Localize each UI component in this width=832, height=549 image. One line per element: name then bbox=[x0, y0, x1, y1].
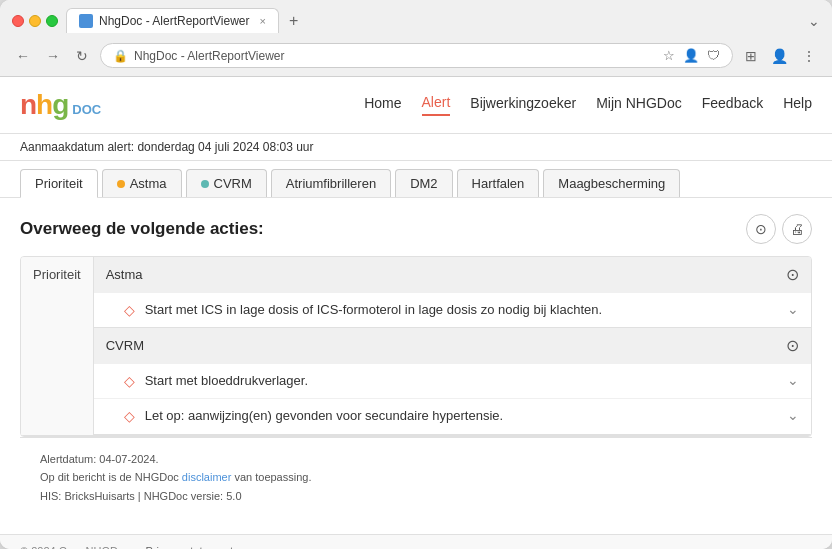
tab-cvrm[interactable]: CVRM bbox=[186, 169, 267, 197]
titlebar-top: NhgDoc - AlertReportViewer × + ⌄ bbox=[12, 8, 820, 33]
tab-dm2-label: DM2 bbox=[410, 176, 437, 191]
logo-doc: DOC bbox=[72, 102, 101, 117]
condition-astma-header[interactable]: Astma ⊙ bbox=[94, 257, 811, 292]
tab-close-button[interactable]: × bbox=[260, 15, 266, 27]
tab-atriumfibrilleren[interactable]: Atriumfibrilleren bbox=[271, 169, 391, 197]
footer-info: Alertdatum: 04-07-2024. Op dit bericht i… bbox=[20, 437, 812, 518]
priority-table: Prioriteit Astma ⊙ ◇ Start met ICS in la… bbox=[20, 256, 812, 437]
page-content: nhg DOC Home Alert Bijwerkingzoeker Mijn… bbox=[0, 77, 832, 549]
tab-astma[interactable]: Astma bbox=[102, 169, 182, 197]
astma-dot-icon bbox=[117, 180, 125, 188]
alert-date-text: Aanmaakdatum alert: donderdag 04 juli 20… bbox=[20, 140, 314, 154]
browser-expand-button[interactable]: ⌄ bbox=[808, 13, 820, 29]
new-tab-button[interactable]: + bbox=[283, 10, 304, 32]
cvrm-dot-icon bbox=[201, 180, 209, 188]
browser-titlebar: NhgDoc - AlertReportViewer × + ⌄ ← → ↻ 🔒… bbox=[0, 0, 832, 77]
condition-cvrm-header[interactable]: CVRM ⊙ bbox=[94, 328, 811, 363]
nhg-nav: Home Alert Bijwerkingzoeker Mijn NHGDoc … bbox=[364, 94, 812, 116]
maximize-button[interactable] bbox=[46, 15, 58, 27]
condition-tabs: Prioriteit Astma CVRM Atriumfibrilleren … bbox=[0, 161, 832, 198]
extensions-button[interactable]: ⊞ bbox=[741, 46, 761, 66]
nav-mijn-nhgdoc[interactable]: Mijn NHGDoc bbox=[596, 95, 682, 115]
menu-button[interactable]: ⋮ bbox=[798, 46, 820, 66]
tab-prioriteit[interactable]: Prioriteit bbox=[20, 169, 98, 198]
active-tab[interactable]: NhgDoc - AlertReportViewer × bbox=[66, 8, 279, 33]
astma-row-chevron-1[interactable]: ⌄ bbox=[787, 301, 799, 317]
nav-help[interactable]: Help bbox=[783, 95, 812, 115]
collapse-all-icon: ⊙ bbox=[755, 221, 767, 237]
priority-column-header: Prioriteit bbox=[21, 257, 94, 435]
condition-block-cvrm: CVRM ⊙ ◇ Start met bloeddrukverlager. ⌄ … bbox=[94, 328, 811, 434]
tab-hartfalen-label: Hartfalen bbox=[472, 176, 525, 191]
shield-details-icon[interactable]: 🛡 bbox=[707, 48, 720, 63]
close-button[interactable] bbox=[12, 15, 24, 27]
tab-title: NhgDoc - AlertReportViewer bbox=[99, 14, 250, 28]
nav-bijwerkingzoeker[interactable]: Bijwerkingzoeker bbox=[470, 95, 576, 115]
condition-block-astma: Astma ⊙ ◇ Start met ICS in lage dosis of… bbox=[94, 257, 811, 328]
browser-actions: ⊞ 👤 ⋮ bbox=[741, 46, 820, 66]
astma-action-text-1: Start met ICS in lage dosis of ICS-formo… bbox=[145, 301, 777, 319]
condition-astma-name: Astma bbox=[106, 267, 143, 282]
forward-button[interactable]: → bbox=[42, 46, 64, 66]
address-bar-row: ← → ↻ 🔒 NhgDoc - AlertReportViewer ☆ 👤 🛡… bbox=[12, 39, 820, 76]
astma-action-1: ◇ Start met ICS in lage dosis of ICS-for… bbox=[94, 292, 811, 327]
disclaimer-link[interactable]: disclaimer bbox=[182, 471, 232, 483]
nhg-logo: nhg DOC bbox=[20, 89, 101, 121]
minimize-button[interactable] bbox=[29, 15, 41, 27]
refresh-button[interactable]: ↻ bbox=[72, 46, 92, 66]
tab-atriumfibrilleren-label: Atriumfibrilleren bbox=[286, 176, 376, 191]
lock-icon: 🔒 bbox=[113, 49, 128, 63]
cvrm-action-2: ◇ Let op: aanwijzing(en) gevonden voor s… bbox=[94, 398, 811, 433]
nav-feedback[interactable]: Feedback bbox=[702, 95, 763, 115]
tab-maagbescherming-label: Maagbescherming bbox=[558, 176, 665, 191]
profile-details-icon[interactable]: 👤 bbox=[683, 48, 699, 63]
cvrm-action-text-2: Let op: aanwijzing(en) gevonden voor sec… bbox=[145, 407, 777, 425]
header-actions: ⊙ 🖨 bbox=[746, 214, 812, 244]
tab-hartfalen[interactable]: Hartfalen bbox=[457, 169, 540, 197]
logo-h: h bbox=[36, 89, 52, 120]
address-bar-icons: ☆ 👤 🛡 bbox=[663, 48, 720, 63]
collapse-all-button[interactable]: ⊙ bbox=[746, 214, 776, 244]
browser-window: NhgDoc - AlertReportViewer × + ⌄ ← → ↻ 🔒… bbox=[0, 0, 832, 549]
footer-disclaimer-text: Op dit bericht is de NHGDoc bbox=[40, 471, 182, 483]
nav-alert[interactable]: Alert bbox=[422, 94, 451, 116]
profile-button[interactable]: 👤 bbox=[767, 46, 792, 66]
copyright-text: © 2024 Over NHGDoc bbox=[20, 545, 130, 549]
nhg-header: nhg DOC Home Alert Bijwerkingzoeker Mijn… bbox=[0, 77, 832, 134]
footer-alert-date: Alertdatum: 04-07-2024. bbox=[40, 450, 792, 469]
print-button[interactable]: 🖨 bbox=[782, 214, 812, 244]
footer-disclaimer: Op dit bericht is de NHGDoc disclaimer v… bbox=[40, 468, 792, 487]
main-content: Overweeg de volgende acties: ⊙ 🖨 Priorit… bbox=[0, 198, 832, 534]
cvrm-row-chevron-2[interactable]: ⌄ bbox=[787, 407, 799, 423]
diamond-icon-cvrm-1: ◇ bbox=[124, 373, 135, 389]
address-bar[interactable]: 🔒 NhgDoc - AlertReportViewer ☆ 👤 🛡 bbox=[100, 43, 733, 68]
logo-text: nhg bbox=[20, 89, 68, 121]
url-text: NhgDoc - AlertReportViewer bbox=[134, 49, 285, 63]
section-title: Overweeg de volgende acties: bbox=[20, 219, 264, 239]
alert-date-bar: Aanmaakdatum alert: donderdag 04 juli 20… bbox=[0, 134, 832, 161]
cvrm-collapse-button[interactable]: ⊙ bbox=[786, 336, 799, 355]
condition-cvrm-name: CVRM bbox=[106, 338, 144, 353]
tab-favicon-icon bbox=[79, 14, 93, 28]
print-icon: 🖨 bbox=[790, 221, 804, 237]
content-column: Astma ⊙ ◇ Start met ICS in lage dosis of… bbox=[94, 257, 811, 435]
tab-prioriteit-label: Prioriteit bbox=[35, 176, 83, 191]
footer-his: HIS: BricksHuisarts | NHGDoc versie: 5.0 bbox=[40, 487, 792, 506]
cvrm-row-chevron-1[interactable]: ⌄ bbox=[787, 372, 799, 388]
table-header-row: Prioriteit Astma ⊙ ◇ Start met ICS in la… bbox=[21, 257, 811, 436]
tab-cvrm-label: CVRM bbox=[214, 176, 252, 191]
logo-n: n bbox=[20, 89, 36, 120]
tab-dm2[interactable]: DM2 bbox=[395, 169, 452, 197]
privacy-link[interactable]: Privacy statement bbox=[146, 545, 233, 549]
section-header: Overweeg de volgende acties: ⊙ 🖨 bbox=[20, 214, 812, 244]
astma-collapse-button[interactable]: ⊙ bbox=[786, 265, 799, 284]
nav-home[interactable]: Home bbox=[364, 95, 401, 115]
diamond-icon-astma-1: ◇ bbox=[124, 302, 135, 318]
tab-astma-label: Astma bbox=[130, 176, 167, 191]
footer-disclaimer-suffix: van toepassing. bbox=[231, 471, 311, 483]
tab-maagbescherming[interactable]: Maagbescherming bbox=[543, 169, 680, 197]
back-button[interactable]: ← bbox=[12, 46, 34, 66]
tab-bar: NhgDoc - AlertReportViewer × + bbox=[66, 8, 304, 33]
bookmark-icon[interactable]: ☆ bbox=[663, 48, 675, 63]
diamond-icon-cvrm-2: ◇ bbox=[124, 408, 135, 424]
